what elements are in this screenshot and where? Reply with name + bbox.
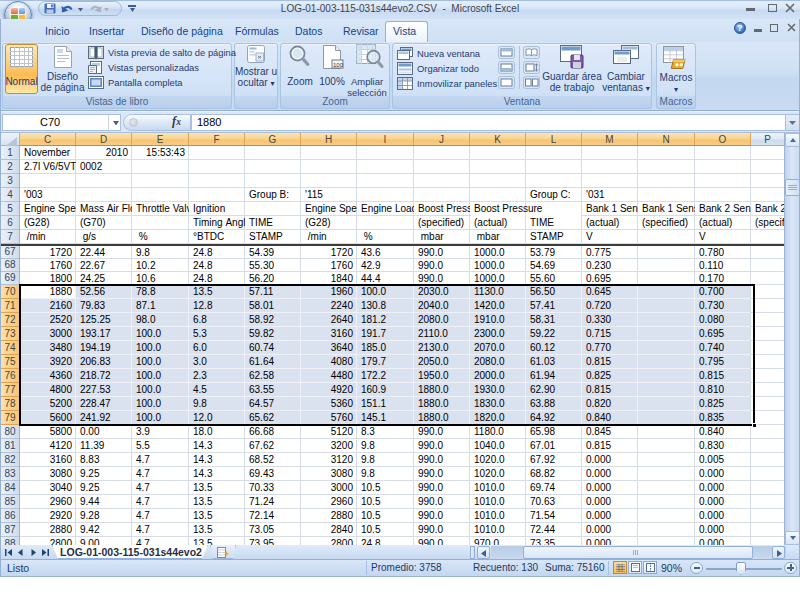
svg-text:100: 100 — [333, 62, 344, 68]
